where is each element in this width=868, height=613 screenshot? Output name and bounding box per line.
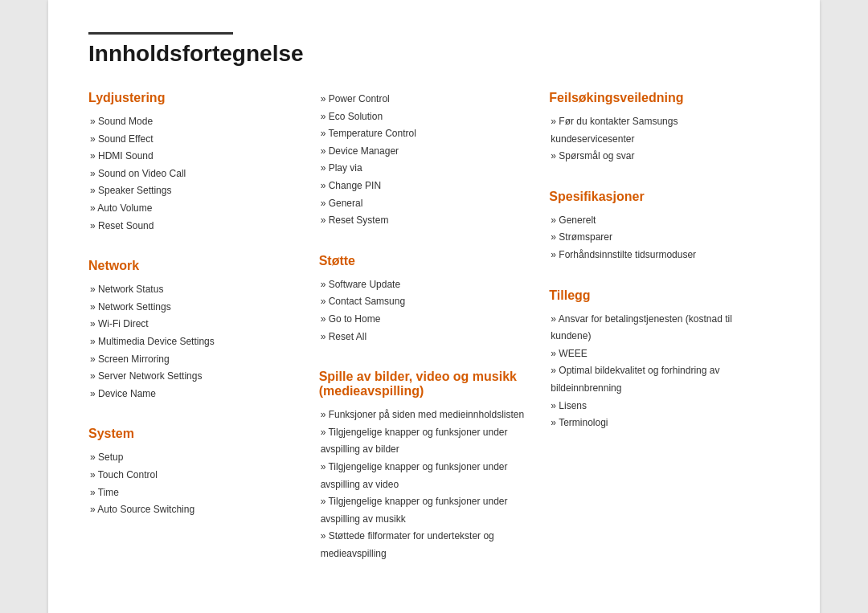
list-item[interactable]: Ansvar for betalingstjenesten (kostnad t…: [549, 311, 764, 345]
list-item[interactable]: Wi-Fi Direct: [88, 316, 303, 333]
list-item[interactable]: Power Control: [319, 91, 534, 108]
section-title-system[interactable]: System: [88, 427, 303, 441]
list-item[interactable]: Eco Solution: [319, 108, 534, 126]
section-title-network[interactable]: Network: [88, 259, 303, 273]
section-title-medieavspilling[interactable]: Spille av bilder, video og musikk (medie…: [319, 370, 534, 398]
column-2: Power ControlEco SolutionTemperature Con…: [319, 91, 550, 586]
section-title-lydjustering[interactable]: Lydjustering: [88, 91, 303, 105]
section-lydjustering: LydjusteringSound ModeSound EffectHDMI S…: [88, 91, 303, 235]
page-title: Innholdsfortegnelse: [88, 41, 780, 67]
section-title-stotte[interactable]: Støtte: [319, 254, 534, 268]
list-item[interactable]: WEEE: [549, 345, 764, 363]
title-bar: [88, 32, 233, 35]
list-item[interactable]: Server Network Settings: [88, 368, 303, 386]
list-item[interactable]: Før du kontakter Samsungs kundeservicese…: [549, 113, 764, 148]
list-item[interactable]: Change PIN: [319, 178, 534, 195]
list-item[interactable]: Reset All: [319, 329, 534, 346]
list-item[interactable]: Spørsmål og svar: [549, 148, 764, 166]
section-spesifikasjoner: SpesifikasjonerGenereltStrømsparerForhån…: [549, 190, 764, 264]
list-item[interactable]: Sound on Video Call: [88, 166, 303, 183]
list-item[interactable]: Strømsparer: [549, 229, 764, 247]
list-item[interactable]: Software Update: [319, 276, 534, 294]
section-network: NetworkNetwork StatusNetwork SettingsWi-…: [88, 259, 303, 403]
section-system-cont: Power ControlEco SolutionTemperature Con…: [319, 91, 534, 230]
list-item[interactable]: Forhåndsinnstilte tidsurmoduser: [549, 247, 764, 264]
list-item[interactable]: Reset System: [319, 212, 534, 230]
list-item[interactable]: Sound Effect: [88, 131, 303, 149]
list-item[interactable]: Time: [88, 484, 303, 502]
list-item[interactable]: Contact Samsung: [319, 293, 534, 311]
list-item[interactable]: Støttede filformater for undertekster og…: [319, 528, 534, 562]
list-item[interactable]: Lisens: [549, 398, 764, 415]
list-item[interactable]: Auto Source Switching: [88, 501, 303, 519]
section-feilsoking: FeilsøkingsveiledningFør du kontakter Sa…: [549, 91, 764, 166]
list-item[interactable]: Reset Sound: [88, 218, 303, 235]
list-item[interactable]: Device Name: [88, 386, 303, 403]
list-item[interactable]: Funksjoner på siden med medieinnholdslis…: [319, 407, 534, 424]
section-title-tillegg[interactable]: Tillegg: [549, 288, 764, 303]
list-item[interactable]: Auto Volume: [88, 200, 303, 218]
list-item[interactable]: Go to Home: [319, 311, 534, 329]
column-3: FeilsøkingsveiledningFør du kontakter Sa…: [549, 91, 780, 586]
section-title-spesifikasjoner[interactable]: Spesifikasjoner: [549, 190, 764, 204]
list-item[interactable]: Tilgjengelige knapper og funksjoner unde…: [319, 493, 534, 528]
section-stotte: StøtteSoftware UpdateContact SamsungGo t…: [319, 254, 534, 345]
list-item[interactable]: Optimal bildekvalitet og forhindring av …: [549, 362, 764, 397]
list-item[interactable]: Speaker Settings: [88, 182, 303, 200]
list-item[interactable]: Sound Mode: [88, 113, 303, 131]
list-item[interactable]: Tilgjengelige knapper og funksjoner unde…: [319, 424, 534, 459]
column-1: LydjusteringSound ModeSound EffectHDMI S…: [88, 91, 319, 586]
list-item[interactable]: Touch Control: [88, 467, 303, 484]
section-title-feilsoking[interactable]: Feilsøkingsveiledning: [549, 91, 764, 105]
list-item[interactable]: General: [319, 195, 534, 213]
list-item[interactable]: Device Manager: [319, 143, 534, 161]
list-item[interactable]: Tilgjengelige knapper og funksjoner unde…: [319, 459, 534, 493]
list-item[interactable]: Multimedia Device Settings: [88, 333, 303, 351]
list-item[interactable]: Network Status: [88, 281, 303, 299]
section-tillegg: TilleggAnsvar for betalingstjenesten (ko…: [549, 288, 764, 432]
list-item[interactable]: Terminologi: [549, 415, 764, 432]
list-item[interactable]: Screen Mirroring: [88, 351, 303, 369]
list-item[interactable]: Temperature Control: [319, 125, 534, 143]
section-system: SystemSetupTouch ControlTimeAuto Source …: [88, 427, 303, 518]
list-item[interactable]: Network Settings: [88, 299, 303, 317]
list-item[interactable]: Setup: [88, 449, 303, 467]
section-medieavspilling: Spille av bilder, video og musikk (medie…: [319, 370, 534, 562]
list-item[interactable]: Generelt: [549, 212, 764, 230]
columns-container: LydjusteringSound ModeSound EffectHDMI S…: [88, 91, 780, 586]
page-container: Innholdsfortegnelse LydjusteringSound Mo…: [48, 0, 820, 613]
list-item[interactable]: Play via: [319, 160, 534, 178]
list-item[interactable]: HDMI Sound: [88, 148, 303, 166]
